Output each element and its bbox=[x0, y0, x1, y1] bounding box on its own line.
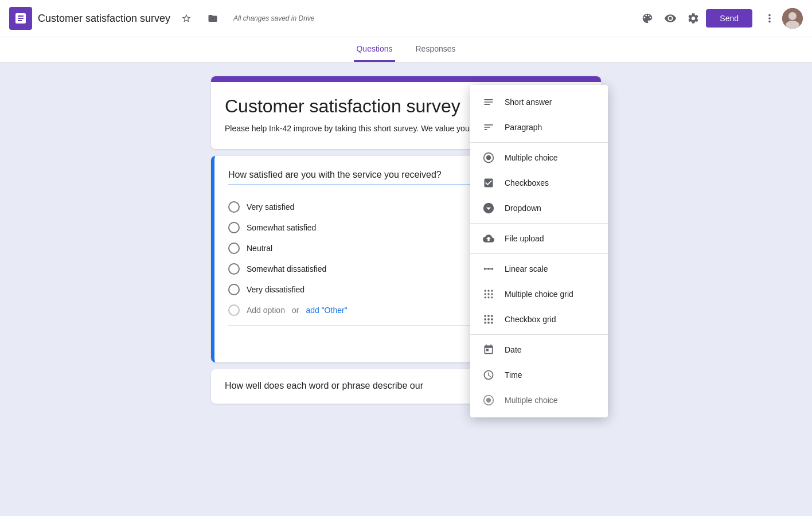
date-icon bbox=[482, 343, 495, 357]
autosave-status: All changes saved in Drive bbox=[233, 14, 314, 22]
svg-point-16 bbox=[485, 296, 486, 298]
avatar[interactable] bbox=[782, 8, 803, 29]
svg-point-15 bbox=[491, 293, 493, 295]
linear-scale-icon bbox=[482, 262, 495, 276]
svg-point-13 bbox=[485, 293, 486, 295]
menu-label-short-answer: Short answer bbox=[505, 97, 552, 107]
radio-neutral[interactable] bbox=[228, 243, 240, 254]
menu-item-mc-bottom[interactable]: Multiple choice bbox=[470, 388, 608, 413]
menu-label-multiple-choice: Multiple choice bbox=[505, 153, 558, 162]
folder-button[interactable] bbox=[202, 8, 223, 29]
main-content: Customer satisfaction survey Please help… bbox=[0, 62, 812, 417]
dropdown-icon bbox=[482, 201, 495, 215]
palette-icon bbox=[641, 12, 654, 25]
svg-point-29 bbox=[486, 398, 491, 402]
tab-responses[interactable]: Responses bbox=[413, 37, 458, 62]
radio-very-satisfied[interactable] bbox=[228, 201, 240, 213]
menu-item-linear-scale[interactable]: Linear scale bbox=[470, 256, 608, 282]
menu-item-dropdown[interactable]: Dropdown bbox=[470, 196, 608, 221]
or-text: or bbox=[292, 306, 299, 315]
add-option-label[interactable]: Add option bbox=[247, 306, 285, 315]
svg-point-10 bbox=[485, 290, 486, 292]
menu-label-time: Time bbox=[505, 370, 522, 380]
forms-icon bbox=[14, 11, 28, 25]
menu-item-checkbox-grid[interactable]: Checkbox grid bbox=[470, 307, 608, 332]
svg-point-14 bbox=[487, 293, 489, 295]
svg-rect-19 bbox=[485, 315, 486, 317]
paragraph-icon bbox=[482, 120, 495, 134]
menu-label-dropdown: Dropdown bbox=[505, 204, 541, 213]
menu-item-date[interactable]: Date bbox=[470, 337, 608, 362]
svg-point-1 bbox=[788, 12, 797, 20]
svg-rect-22 bbox=[485, 318, 486, 320]
preview-button[interactable] bbox=[660, 8, 681, 29]
menu-item-multiple-choice[interactable]: Multiple choice bbox=[470, 145, 608, 170]
multiple-choice-bottom-icon bbox=[482, 393, 495, 407]
add-other-link[interactable]: add "Other" bbox=[306, 306, 347, 315]
multiple-choice-icon bbox=[482, 151, 495, 165]
doc-title: Customer satisfaction survey bbox=[38, 13, 170, 25]
dropdown-menu: Short answer Paragraph Multiple choice C… bbox=[470, 85, 608, 417]
menu-divider-2 bbox=[470, 223, 608, 224]
menu-label-paragraph: Paragraph bbox=[505, 123, 542, 132]
menu-item-mc-grid[interactable]: Multiple choice grid bbox=[470, 282, 608, 307]
svg-rect-25 bbox=[485, 322, 486, 323]
menu-label-date: Date bbox=[505, 345, 522, 354]
svg-point-11 bbox=[487, 290, 489, 292]
settings-button[interactable] bbox=[683, 8, 704, 29]
app-icon[interactable] bbox=[9, 7, 32, 30]
svg-rect-27 bbox=[491, 322, 493, 323]
option-somewhat-satisfied-label: Somewhat satisfied bbox=[247, 223, 316, 232]
svg-rect-20 bbox=[487, 315, 489, 317]
svg-rect-24 bbox=[491, 318, 493, 320]
avatar-image bbox=[782, 8, 803, 29]
menu-label-linear-scale: Linear scale bbox=[505, 264, 548, 273]
radio-somewhat-satisfied[interactable] bbox=[228, 222, 240, 233]
menu-label-file-upload: File upload bbox=[505, 234, 544, 243]
more-icon bbox=[763, 12, 776, 25]
menu-item-paragraph[interactable]: Paragraph bbox=[470, 115, 608, 140]
topbar: Customer satisfaction survey All changes… bbox=[0, 0, 812, 37]
menu-item-time[interactable]: Time bbox=[470, 362, 608, 388]
svg-point-18 bbox=[491, 296, 493, 298]
option-very-satisfied-label: Very satisfied bbox=[247, 202, 294, 212]
settings-icon bbox=[687, 12, 700, 25]
menu-label-checkboxes: Checkboxes bbox=[505, 178, 549, 187]
topbar-left: Customer satisfaction survey All changes… bbox=[9, 7, 637, 30]
radio-add bbox=[228, 304, 240, 316]
star-button[interactable] bbox=[176, 8, 197, 29]
tab-questions[interactable]: Questions bbox=[354, 37, 395, 62]
palette-button[interactable] bbox=[637, 8, 658, 29]
menu-divider-1 bbox=[470, 142, 608, 143]
menu-item-file-upload[interactable]: File upload bbox=[470, 226, 608, 251]
radio-very-dissatisfied[interactable] bbox=[228, 284, 240, 295]
folder-icon bbox=[208, 13, 218, 24]
svg-point-4 bbox=[486, 155, 491, 160]
preview-icon bbox=[664, 12, 677, 25]
menu-label-mc-bottom: Multiple choice bbox=[505, 396, 558, 405]
svg-rect-21 bbox=[491, 315, 493, 317]
menu-item-short-answer[interactable]: Short answer bbox=[470, 89, 608, 115]
more-options-button[interactable] bbox=[759, 8, 780, 29]
option-neutral-label: Neutral bbox=[247, 244, 272, 253]
send-button[interactable]: Send bbox=[706, 9, 752, 28]
menu-label-checkbox-grid: Checkbox grid bbox=[505, 315, 556, 324]
short-answer-icon bbox=[482, 95, 495, 109]
svg-rect-26 bbox=[487, 322, 489, 323]
svg-rect-23 bbox=[487, 318, 489, 320]
file-upload-icon bbox=[482, 232, 495, 245]
menu-item-checkboxes[interactable]: Checkboxes bbox=[470, 170, 608, 196]
star-icon bbox=[181, 13, 192, 24]
time-icon bbox=[482, 368, 495, 382]
menu-label-mc-grid: Multiple choice grid bbox=[505, 290, 573, 299]
menu-divider-3 bbox=[470, 253, 608, 254]
question-2-text: How well does each word or phrase descri… bbox=[225, 381, 423, 390]
option-very-dissatisfied-label: Very dissatisfied bbox=[247, 285, 304, 294]
checkboxes-icon bbox=[482, 176, 495, 190]
svg-point-12 bbox=[491, 290, 493, 292]
option-somewhat-dissatisfied-label: Somewhat dissatisfied bbox=[247, 264, 326, 273]
radio-somewhat-dissatisfied[interactable] bbox=[228, 263, 240, 275]
multiple-choice-grid-icon bbox=[482, 287, 495, 301]
svg-point-17 bbox=[487, 296, 489, 298]
topbar-icons: Send bbox=[637, 8, 803, 29]
